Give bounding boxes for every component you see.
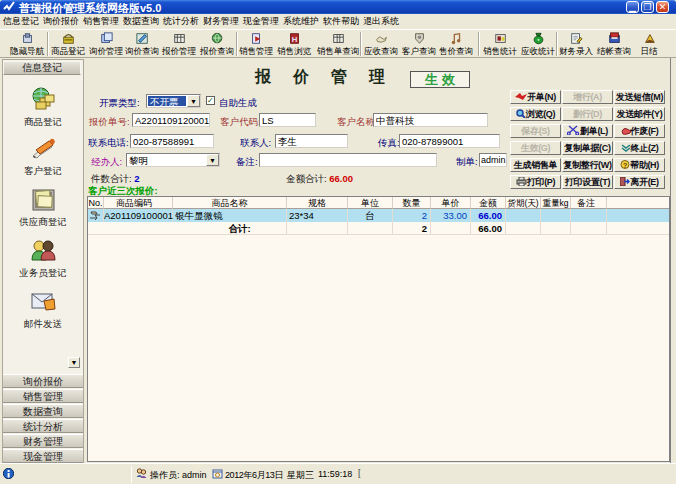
svg-text:H: H bbox=[291, 35, 297, 44]
svg-text:?: ? bbox=[623, 162, 627, 169]
